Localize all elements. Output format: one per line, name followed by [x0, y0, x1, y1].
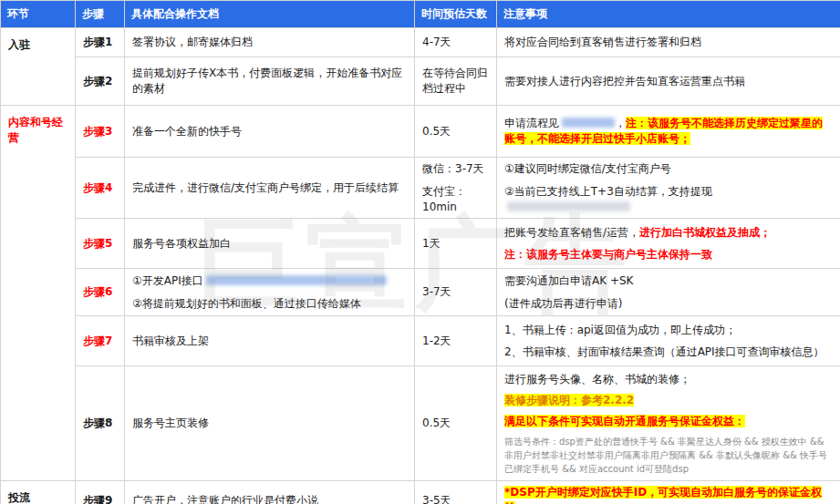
header-cell-time: 时间预估天数	[415, 1, 497, 28]
doc-cell-8: 服务号主页装修	[125, 366, 415, 481]
row-step5: 步骤5 服务号各项权益加白 1天 把账号发给直客销售/运营，进行加白书城权益及抽…	[1, 219, 840, 269]
note-cell-9: *DSP开户时绑定对应快手ID，可实现自动加白服务号的保证金权益	[497, 481, 840, 504]
note-cell-2: 需要对接人进行内容把控并告知直客运营重点书籍	[497, 57, 840, 106]
row-step7: 步骤7 书籍审核及上架 1-2天 1、书籍上传：api返回值为成功，即上传成功；…	[1, 316, 840, 366]
warning-text: *DSP开户时绑定对应快手ID，可实现自动加白服务号的保证金权益	[504, 486, 822, 504]
row-step1: 入驻 步骤1 签署协议，邮寄媒体归档 4-7天 将对应合同给到直客销售进行签署和…	[1, 28, 840, 57]
redacted-link[interactable]	[206, 275, 387, 285]
warning-text: 注：该服务号主体要与商户号主体保持一致	[504, 247, 833, 262]
time-cell-5: 1天	[415, 219, 497, 269]
phase-cell-content-operation: 内容和号经营	[1, 106, 76, 481]
warning-text: 满足以下条件可实现自动开通服务号保证金权益：	[504, 415, 745, 427]
doc-line: ①开发API接口	[132, 273, 407, 289]
note-line: 满足以下条件可实现自动开通服务号保证金权益：	[504, 414, 833, 429]
doc-cell-4: 完成进件，进行微信/支付宝商户号绑定，用于后续结算	[125, 158, 415, 219]
note-line: (进件成功后再进行申请)	[504, 296, 833, 312]
note-cell-8: 进行服务号头像、名称、书城的装修； 装修步骤说明：参考2.2.2 满足以下条件可…	[497, 366, 840, 481]
time-cell-3: 0.5天	[415, 106, 497, 158]
note-cell-1: 将对应合同给到直客销售进行签署和归档	[497, 28, 840, 57]
note-separator: ，	[615, 117, 626, 129]
phase-cell-onboarding: 入驻	[1, 28, 76, 106]
time-line: 微信：3-7天	[422, 161, 489, 177]
process-table: 环节 步骤 具体配合操作文档 时间预估天数 注意事项 入驻 步骤1 签署协议，邮…	[0, 0, 840, 504]
doc-cell-9: 广告开户，注意账户的行业是付费小说	[125, 481, 415, 504]
warning-text: 进行加白书城权益及抽成；	[639, 226, 771, 239]
note-line: 2、书籍审核、封面审核结果查询（通过API接口可查询审核信息）	[504, 345, 833, 360]
doc-cell-3: 准备一个全新的快手号	[125, 106, 415, 158]
time-cell-1: 4-7天	[415, 28, 497, 57]
header-cell-step: 步骤	[76, 1, 125, 28]
header-cell-phase: 环节	[1, 1, 76, 28]
doc-cell-7: 书籍审核及上架	[125, 316, 415, 366]
time-cell-4: 微信：3-7天 支付宝：10min	[415, 158, 497, 219]
note-line: 装修步骤说明：参考2.2.2	[504, 393, 833, 408]
doc-cell-2: 提前规划好子传X本书，付费面板逻辑，开始准备书对应的素材	[125, 57, 415, 106]
note-line: ②当前已支持线上T+3自动结算，支持提现	[504, 184, 833, 215]
note-line: 进行服务号头像、名称、书城的装修；	[504, 372, 833, 387]
note-line: ①建议同时绑定微信/支付宝商户号	[504, 161, 833, 177]
doc-cell-6: ①开发API接口 ②将提前规划好的书和面板、通过接口传给媒体	[125, 269, 415, 316]
note-cell-4: ①建议同时绑定微信/支付宝商户号 ②当前已支持线上T+3自动结算，支持提现	[497, 158, 840, 219]
note-line: 需要沟通加白申请AK +SK	[504, 273, 833, 289]
step-cell-2: 步骤2	[76, 57, 125, 106]
page: { "watermark": "巨宣广告", "colors": { "head…	[0, 0, 840, 504]
time-cell-6: 3-7天	[415, 269, 497, 316]
note-cell-5: 把账号发给直客销售/运营，进行加白书城权益及抽成； 注：该服务号主体要与商户号主…	[497, 219, 840, 269]
step-cell-8: 步骤8	[76, 366, 125, 481]
time-cell-9: 3-5天	[415, 481, 497, 504]
row-step9: 投流 步骤9 广告开户，注意账户的行业是付费小说 3-5天 *DSP开户时绑定对…	[1, 481, 840, 504]
step-cell-7: 步骤7	[76, 316, 125, 366]
row-step8: 步骤8 服务号主页装修 0.5天 进行服务号头像、名称、书城的装修； 装修步骤说…	[1, 366, 840, 481]
row-step6: 步骤6 ①开发API接口 ②将提前规划好的书和面板、通过接口传给媒体 3-7天 …	[1, 269, 840, 316]
step-cell-1: 步骤1	[76, 28, 125, 57]
note-text: 申请流程见	[504, 117, 559, 129]
step-cell-4: 步骤4	[76, 158, 125, 219]
note-text: ②当前已支持线上T+3自动结算，支持提现	[504, 185, 712, 198]
note-line: 1、书籍上传：api返回值为成功，即上传成功；	[504, 323, 833, 338]
redacted-link[interactable]	[562, 118, 615, 128]
step-cell-3: 步骤3	[76, 106, 125, 158]
doc-cell-5: 服务号各项权益加白	[125, 219, 415, 269]
header-row: 环节 步骤 具体配合操作文档 时间预估天数 注意事项	[1, 1, 840, 28]
doc-text: ①开发API接口	[132, 274, 203, 287]
step-cell-9: 步骤9	[76, 481, 125, 504]
time-cell-7: 1-2天	[415, 316, 497, 366]
header-cell-notes: 注意事项	[497, 1, 840, 28]
row-step4: 步骤4 完成进件，进行微信/支付宝商户号绑定，用于后续结算 微信：3-7天 支付…	[1, 158, 840, 219]
note-cell-3: 申请流程见，注：该服务号不能选择历史绑定过聚星的账号，不能选择开启过快手小店账号…	[497, 106, 840, 158]
header-cell-doc: 具体配合操作文档	[125, 1, 415, 28]
row-step2: 步骤2 提前规划好子传X本书，付费面板逻辑，开始准备书对应的素材 在等待合同归档…	[1, 57, 840, 106]
filter-conditions-text: 筛选号条件：dsp资产处的普通快手号 && 非聚星达人身份 && 授权生效中 &…	[504, 435, 833, 476]
note-line: 把账号发给直客销售/运营，进行加白书城权益及抽成；	[504, 225, 833, 241]
highlighted-text: 装修步骤说明：参考2.2.2	[504, 394, 634, 406]
note-text: 把账号发给直客销售/运营，	[504, 226, 639, 239]
doc-cell-1: 签署协议，邮寄媒体归档	[125, 28, 415, 57]
step-cell-5: 步骤5	[76, 219, 125, 269]
row-step3: 内容和号经营 步骤3 准备一个全新的快手号 0.5天 申请流程见，注：该服务号不…	[1, 106, 840, 158]
phase-cell-traffic: 投流	[1, 481, 76, 504]
note-cell-6: 需要沟通加白申请AK +SK (进件成功后再进行申请)	[497, 269, 840, 316]
time-cell-2: 在等待合同归档过程中	[415, 57, 497, 106]
time-line: 支付宝：10min	[422, 184, 489, 215]
doc-line: ②将提前规划好的书和面板、通过接口传给媒体	[132, 296, 407, 312]
time-cell-8: 0.5天	[415, 366, 497, 481]
note-cell-7: 1、书籍上传：api返回值为成功，即上传成功； 2、书籍审核、封面审核结果查询（…	[497, 316, 840, 366]
redacted-text	[507, 201, 630, 211]
step-cell-6: 步骤6	[76, 269, 125, 316]
